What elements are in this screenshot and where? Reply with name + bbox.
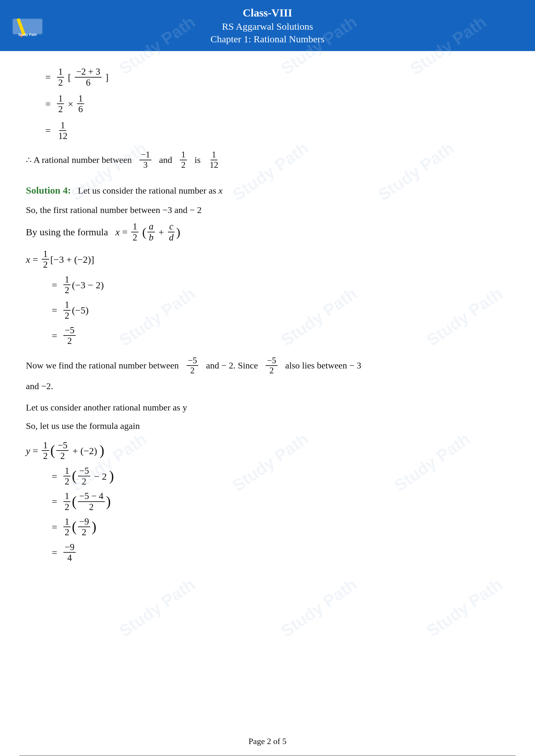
y4-big-paren-close: ) — [92, 520, 97, 534]
formula-paren-open — [140, 224, 142, 240]
y-line-2: = 1 2 ( −5 2 − 2 ) — [26, 466, 509, 487]
frac-1-2-y3: 1 2 — [63, 491, 70, 512]
eq-line-2: = 1 2 × 1 6 — [26, 94, 509, 114]
frac-a-b: a b — [148, 221, 155, 242]
fraction-1-2a: 1 2 — [57, 67, 64, 88]
main-content: = 1 2 [ −2 + 3 6 ] = 1 2 × 1 6 — [0, 51, 535, 585]
fraction-1-2b: 1 2 — [57, 94, 64, 114]
frac-neg5-2-inline2: −5 2 — [266, 356, 277, 376]
eq-block-1: = 1 2 [ −2 + 3 6 ] = 1 2 × 1 6 — [26, 67, 509, 141]
frac-c-d: c d — [168, 221, 175, 242]
solution4-label-text: Solution 4: — [26, 185, 71, 196]
y-line-1: y = 1 2 ( −5 2 + (−2) ) — [26, 440, 509, 461]
by-using-text: By using the formula — [26, 224, 116, 240]
now-text-p2: and − 2. Since — [202, 358, 262, 373]
eq2-equals: = — [45, 96, 56, 112]
x-eq-1: = — [30, 251, 41, 268]
frac-1-2-therefore: 1 2 — [180, 150, 187, 170]
frac-neg5-2: −5 2 — [63, 325, 76, 346]
frac-1-2-y1: 1 2 — [42, 440, 49, 461]
formula-equals: = — [120, 224, 130, 240]
y-eq-1: = — [30, 443, 41, 459]
therefore-line: ∴ A rational number between −1 3 and 1 2… — [26, 150, 509, 170]
y-calc-block: y = 1 2 ( −5 2 + (−2) ) = 1 2 ( −5 — [26, 440, 509, 563]
x-line-2: = 1 2 (−3 − 2) — [26, 274, 509, 295]
y-line-5: = −9 4 — [26, 542, 509, 563]
frac-neg9-2-y4: −9 2 — [78, 517, 90, 537]
line-first-rational: So, the first rational number between −3… — [26, 202, 509, 218]
y2-big-paren-close: ) — [109, 469, 114, 483]
therefore-is: is — [190, 152, 205, 168]
and-minus2-line: and −2. — [26, 378, 509, 394]
frac-1-2-x3: 1 2 — [63, 300, 70, 321]
formula-plus: + — [156, 224, 167, 240]
now-we-find-line: Now we find the rational number between … — [26, 356, 509, 376]
header-text: Class-VIII RS Aggarwal Solutions Chapter… — [211, 6, 324, 45]
x2-parens: (−3 − 2) — [72, 277, 104, 293]
frac-1-2-formula: 1 2 — [131, 221, 138, 242]
fraction-neg2plus3-6: −2 + 3 6 — [75, 67, 101, 88]
eq1-equals: = — [45, 69, 56, 85]
y1-big-paren-open: ( — [50, 444, 55, 458]
therefore-symbol: ∴ A rational number between — [26, 152, 136, 168]
x-line-1: x = 1 2 [−3 + (−2)] — [26, 249, 509, 270]
x3-parens: (−5) — [72, 302, 89, 318]
eq-line-1: = 1 2 [ −2 + 3 6 ] — [26, 67, 509, 88]
x-calc-block: x = 1 2 [−3 + (−2)] = 1 2 (−3 − 2) = 1 2… — [26, 249, 509, 346]
y3-big-paren-close: ) — [106, 495, 111, 509]
bracket-open: [ — [65, 69, 73, 85]
solution4-intro-inline: Let us consider the rational number as x — [73, 185, 223, 196]
frac-1-2-x2: 1 2 — [63, 274, 70, 295]
x3-eq: = — [52, 302, 62, 318]
chapter-name: Chapter 1: Rational Numbers — [211, 33, 324, 45]
class-name: Class-VIII — [211, 6, 324, 20]
frac-1-2-y2: 1 2 — [63, 466, 70, 487]
frac-neg1-3: −1 3 — [139, 150, 151, 170]
let-another-line: Let us consider another rational number … — [26, 400, 509, 415]
svg-text:Study Path: Study Path — [18, 33, 37, 37]
y-label-1: y — [26, 443, 30, 459]
frac-1-2-x1: 1 2 — [42, 249, 49, 270]
x4-eq: = — [52, 327, 62, 344]
eq3-equals: = — [45, 122, 56, 139]
solution4-label: Solution 4: Let us consider the rational… — [26, 182, 509, 199]
frac-1-12-therefore: 1 12 — [208, 150, 220, 170]
x-var: x — [116, 224, 120, 240]
big-paren-close: ) — [176, 226, 181, 238]
frac-neg9-4: −9 4 — [63, 542, 76, 563]
x1-bracket: [−3 + (−2)] — [50, 251, 95, 268]
y3-big-paren-open: ( — [72, 495, 77, 509]
x-label-1: x — [26, 251, 30, 268]
fraction-1-12: 1 12 — [57, 120, 69, 141]
formula-line: By using the formula x = 1 2 ( a b + c d… — [26, 221, 509, 242]
y2-big-paren-open: ( — [72, 469, 77, 483]
y4-big-paren-open: ( — [72, 520, 77, 534]
y5-eq: = — [52, 544, 62, 561]
y2-eq: = — [52, 468, 62, 484]
frac-neg5-2-y2: −5 2 — [78, 466, 90, 487]
big-paren-open: ( — [142, 226, 147, 238]
x-line-4: = −5 2 — [26, 325, 509, 346]
frac-neg5minus4-2: −5 − 4 2 — [78, 491, 105, 512]
let-use-formula-line: So, let us use the formula again — [26, 418, 509, 434]
x2-eq: = — [52, 277, 62, 293]
bracket-close: ] — [103, 69, 109, 85]
now-text-p1: Now we find the rational number between — [26, 358, 183, 373]
y-line-4: = 1 2 ( −9 2 ) — [26, 517, 509, 537]
therefore-and: and — [155, 152, 177, 168]
book-name: RS Aggarwal Solutions — [211, 20, 324, 33]
svg-rect-1 — [13, 19, 42, 34]
frac-neg5-2-y1: −5 2 — [56, 440, 69, 461]
y1-big-paren-close: ) — [99, 444, 104, 458]
fraction-1-6: 1 6 — [77, 94, 84, 114]
y1-plus: + (−2) — [70, 443, 99, 459]
y4-eq: = — [52, 519, 62, 535]
logo: Study Path — [10, 13, 45, 39]
page-number: Page 2 of 5 — [0, 737, 535, 746]
times-symbol: × — [65, 96, 76, 112]
x-line-3: = 1 2 (−5) — [26, 300, 509, 321]
frac-neg5-2-inline: −5 2 — [187, 356, 198, 376]
page-header: Study Path Class-VIII RS Aggarwal Soluti… — [0, 0, 535, 51]
now-text-p3: also lies between − 3 — [281, 358, 361, 373]
eq-line-3: = 1 12 — [26, 120, 509, 141]
